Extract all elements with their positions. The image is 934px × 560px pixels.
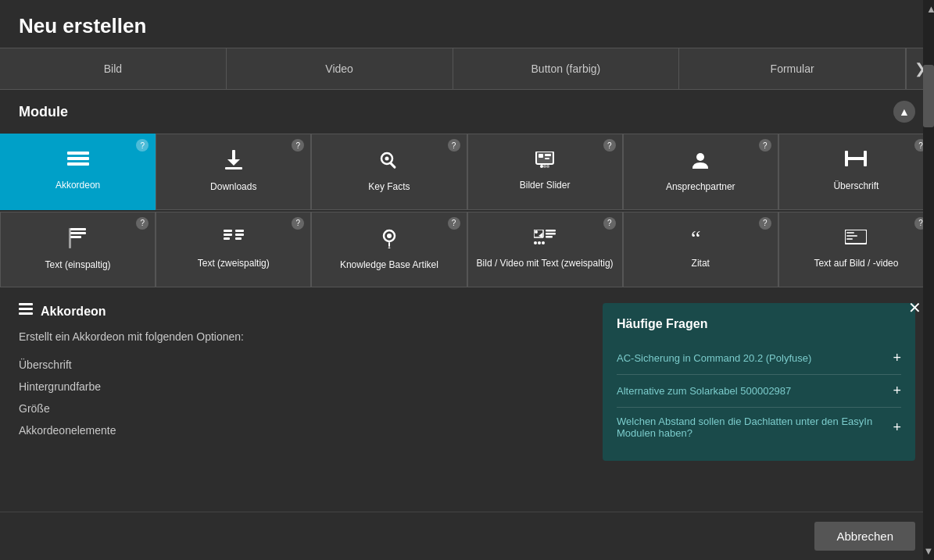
module-text-zweispaltig[interactable]: ? Text (zweispaltig) <box>156 212 311 288</box>
header: Neu erstellen <box>0 0 934 48</box>
module-text-zweispaltig-label: Text (zweispaltig) <box>198 258 270 270</box>
help-icon-text-zweispaltig[interactable]: ? <box>292 217 304 230</box>
preview-expand-1[interactable]: + <box>893 383 901 399</box>
akkordeon-icon <box>67 152 89 173</box>
preview-item-0: AC-Sicherung in Command 20.2 (Polyfuse) … <box>617 342 901 375</box>
svg-point-17 <box>696 153 704 161</box>
info-description: Erstellt ein Akkordeon mit folgenden Opt… <box>19 330 587 343</box>
module-ueberschrift-label: Überschrift <box>833 180 879 193</box>
module-key-facts[interactable]: ? Key Facts <box>311 134 467 210</box>
info-left: Akkordeon Erstellt ein Akkordeon mit fol… <box>19 303 587 461</box>
collapse-modules-button[interactable]: ▲ <box>893 101 915 123</box>
module-zitat-label: Zitat <box>692 258 710 270</box>
svg-point-34 <box>388 247 390 248</box>
akkordeon-info-icon <box>19 303 33 319</box>
help-icon-bild-video-text[interactable]: ? <box>603 217 616 230</box>
preview-item-2-text: Welchen Abstand sollen die Dachlatten un… <box>617 416 893 439</box>
bilder-slider-icon <box>533 152 556 173</box>
module-text-auf-bild[interactable]: ? Text auf Bild / -video <box>778 212 934 288</box>
help-icon-key-facts[interactable]: ? <box>448 139 460 152</box>
tab-formular[interactable]: Formular <box>679 48 906 89</box>
svg-point-41 <box>534 241 537 244</box>
svg-point-15 <box>543 165 546 168</box>
preview-item-1-text: Alternative zum Solarkabel 500002987 <box>617 385 893 397</box>
help-icon-akkordeon[interactable]: ? <box>136 139 149 152</box>
svg-rect-20 <box>845 157 867 160</box>
svg-rect-27 <box>224 237 230 240</box>
tab-bild[interactable]: Bild <box>0 48 227 89</box>
module-akkordeon[interactable]: ? Akkordeon <box>0 134 156 210</box>
ansprechpartner-icon <box>690 150 710 175</box>
svg-rect-10 <box>536 152 553 164</box>
svg-rect-2 <box>67 162 89 166</box>
preview-expand-0[interactable]: + <box>893 350 901 366</box>
zitat-icon: “ <box>689 230 711 251</box>
svg-rect-13 <box>545 158 549 159</box>
svg-rect-39 <box>546 233 556 235</box>
svg-rect-12 <box>545 154 551 156</box>
svg-rect-8 <box>389 162 396 169</box>
svg-rect-21 <box>70 228 86 230</box>
info-panel: Akkordeon Erstellt ein Akkordeon mit fol… <box>0 287 934 476</box>
svg-rect-50 <box>19 308 33 310</box>
svg-rect-40 <box>546 236 553 238</box>
tab-button-farbig[interactable]: Button (farbig) <box>453 48 680 89</box>
module-text-einspaltig[interactable]: ? Text (einspaltig) <box>0 212 156 288</box>
module-key-facts-label: Key Facts <box>368 181 410 194</box>
svg-point-14 <box>540 165 543 168</box>
scrollbar-thumb[interactable] <box>923 65 934 127</box>
knowledge-base-icon <box>379 228 399 253</box>
svg-rect-24 <box>69 228 71 248</box>
scroll-up-arrow[interactable]: ▲ <box>923 0 934 18</box>
svg-rect-29 <box>235 234 244 236</box>
module-bild-video-text-label: Bild / Video mit Text (zweispaltig) <box>477 258 614 270</box>
help-icon-text-einspaltig[interactable]: ? <box>136 217 149 230</box>
page-title: Neu erstellen <box>19 14 146 37</box>
svg-point-42 <box>538 241 541 244</box>
tab-video[interactable]: Video <box>227 48 453 89</box>
preview-expand-2[interactable]: + <box>893 419 901 436</box>
info-panel-title: Akkordeon <box>19 303 587 319</box>
help-icon-downloads[interactable]: ? <box>292 139 304 152</box>
content-type-bar: Bild Video Button (farbig) Formular ❯ <box>0 48 934 90</box>
close-info-button[interactable]: ✕ <box>908 298 921 317</box>
scrollbar[interactable]: ▲ ▼ <box>923 0 934 560</box>
help-icon-bilder-slider[interactable]: ? <box>603 139 616 152</box>
module-ueberschrift[interactable]: ? Überschrift <box>778 134 934 210</box>
svg-point-43 <box>542 241 545 244</box>
module-downloads[interactable]: ? Downloads <box>156 134 311 210</box>
svg-rect-51 <box>19 312 33 315</box>
svg-rect-38 <box>546 230 556 232</box>
module-text-einspaltig-label: Text (einspaltig) <box>45 259 111 272</box>
bild-video-text-icon <box>534 230 556 251</box>
svg-point-32 <box>387 234 392 238</box>
module-downloads-label: Downloads <box>210 181 256 194</box>
module-zitat[interactable]: ? “ Zitat <box>623 212 778 288</box>
svg-text:“: “ <box>691 230 700 247</box>
help-icon-zitat[interactable]: ? <box>759 217 771 230</box>
svg-rect-22 <box>70 232 86 234</box>
svg-point-36 <box>535 230 538 234</box>
info-list-item-1: Hintergrundfarbe <box>19 376 587 398</box>
module-bild-video-text[interactable]: ? Bild / Video mit Text (zweispaltig) <box>467 212 623 288</box>
svg-rect-25 <box>224 230 232 232</box>
preview-item-1: Alternative zum Solarkabel 500002987 + <box>617 375 901 408</box>
preview-title: Häufige Fragen <box>617 317 901 331</box>
svg-rect-26 <box>224 234 232 236</box>
ueberschrift-icon <box>845 151 867 174</box>
module-knowledge-base[interactable]: ? Knowledge Base Artikel <box>311 212 467 288</box>
modules-title: Module <box>19 104 68 120</box>
key-facts-icon <box>379 150 399 175</box>
module-knowledge-base-label: Knowledge Base Artikel <box>340 259 438 272</box>
module-bilder-slider[interactable]: ? Bilder Slider <box>467 134 623 210</box>
info-list-item-2: Größe <box>19 398 587 419</box>
svg-point-16 <box>546 165 549 168</box>
scroll-down-arrow[interactable]: ▼ <box>923 545 934 557</box>
cancel-button[interactable]: Abbrechen <box>814 522 915 551</box>
help-icon-ansprechpartner[interactable]: ? <box>759 139 771 152</box>
svg-rect-23 <box>70 236 81 238</box>
svg-rect-28 <box>235 230 244 232</box>
svg-marker-4 <box>227 159 240 166</box>
help-icon-knowledge-base[interactable]: ? <box>448 217 460 230</box>
module-ansprechpartner[interactable]: ? Ansprechpartner <box>623 134 778 210</box>
